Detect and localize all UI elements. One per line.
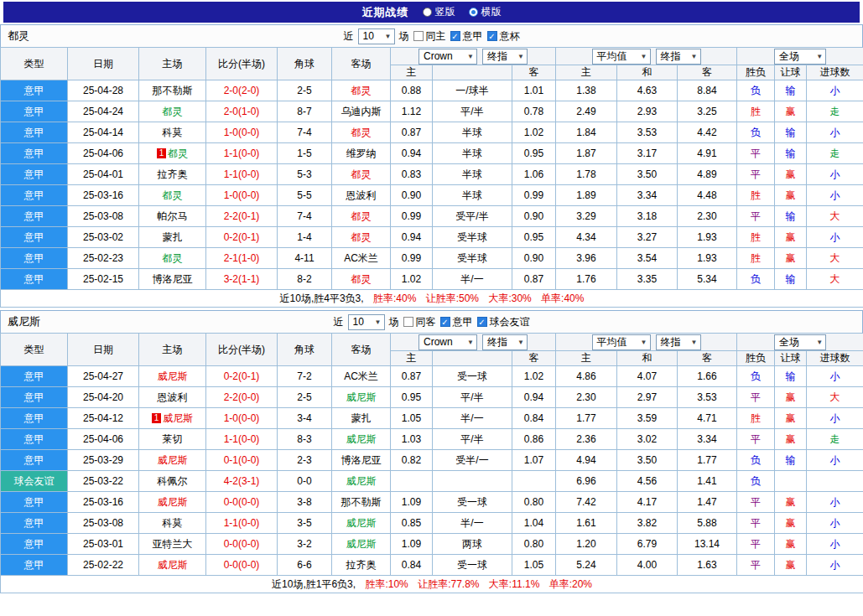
home-team-cell[interactable]: 亚特兰大 — [139, 534, 206, 555]
away-team-cell[interactable]: 都灵 — [332, 164, 391, 185]
avg-home-odds: 5.24 — [556, 555, 617, 576]
home-team-cell[interactable]: 都灵 — [139, 185, 206, 206]
away-team-cell[interactable]: 恩波利 — [332, 185, 391, 206]
average-select[interactable]: 平均值▼ — [592, 49, 651, 65]
home-team-cell[interactable]: 威尼斯 — [139, 555, 206, 576]
away-team-cell[interactable]: 都灵 — [332, 227, 391, 248]
matches-count-select[interactable]: 10▼ — [358, 28, 395, 44]
odds-time-select[interactable]: 终指▼ — [482, 49, 528, 65]
corners-cell: 3-4 — [278, 408, 332, 429]
avg-away-odds: 1.77 — [678, 450, 737, 471]
result-winlose-cell: 胜 — [737, 227, 775, 248]
crown-home-odds: 0.90 — [391, 185, 433, 206]
date-cell: 25-04-27 — [68, 366, 139, 387]
away-team-cell[interactable]: AC米兰 — [332, 248, 391, 269]
avg-draw-odds: 3.34 — [617, 185, 678, 206]
avg-away-odds: 3.53 — [678, 387, 737, 408]
away-team-cell[interactable]: 威尼斯 — [332, 534, 391, 555]
crown-handicap: 半/一 — [433, 408, 512, 429]
away-team-cell[interactable]: 都灵 — [332, 122, 391, 143]
red-card-badge: 1 — [157, 148, 166, 158]
crown-away-odds: 1.04 — [512, 513, 556, 534]
sub-header-avg-draw: 和 — [617, 65, 678, 80]
date-cell: 25-04-06 — [68, 429, 139, 450]
away-team-cell[interactable]: 拉齐奥 — [332, 555, 391, 576]
avg-away-odds: 5.34 — [678, 269, 737, 290]
away-team-cell[interactable]: 威尼斯 — [332, 513, 391, 534]
result-winlose-cell: 胜 — [737, 101, 775, 122]
away-team-cell[interactable]: 都灵 — [332, 206, 391, 227]
home-team-cell[interactable]: 都灵 — [139, 101, 206, 122]
home-team-cell[interactable]: 都灵 — [139, 248, 206, 269]
home-team-cell[interactable]: 威尼斯 — [139, 450, 206, 471]
odds-time-select[interactable]: 终指▼ — [482, 334, 528, 350]
away-team-cell[interactable]: AC米兰 — [332, 366, 391, 387]
checkbox-same-away[interactable]: 同客 — [403, 315, 436, 329]
home-team-cell[interactable]: 1威尼斯 — [139, 408, 206, 429]
checkbox-serie-a[interactable]: ✓ 意甲 — [440, 315, 473, 329]
result-winlose-cell: 负 — [737, 471, 775, 492]
league-type-cell: 意甲 — [1, 513, 68, 534]
avg-away-odds: 8.84 — [678, 80, 737, 101]
home-team-cell[interactable]: 帕尔马 — [139, 206, 206, 227]
home-team-cell[interactable]: 恩波利 — [139, 387, 206, 408]
avg-away-odds: 4.89 — [678, 164, 737, 185]
radio-horizontal-layout[interactable]: 横版 — [469, 5, 502, 19]
bookmaker-select[interactable]: Crown▼ — [419, 49, 477, 65]
home-team-cell[interactable]: 1都灵 — [139, 143, 206, 164]
away-team-cell[interactable]: 博洛尼亚 — [332, 450, 391, 471]
home-team-cell[interactable]: 那不勒斯 — [139, 80, 206, 101]
avg-home-odds: 1.38 — [556, 80, 617, 101]
checkbox-coppa-italia[interactable]: ✓ 意杯 — [487, 29, 520, 44]
away-team-cell[interactable]: 维罗纳 — [332, 143, 391, 164]
league-type-cell: 意甲 — [1, 366, 68, 387]
avg-time-select[interactable]: 终指▼ — [656, 49, 701, 65]
checkbox-serie-a[interactable]: ✓ 意甲 — [450, 29, 483, 44]
avg-away-odds: 1.93 — [678, 227, 737, 248]
crown-handicap: 受半球 — [433, 248, 512, 269]
home-team-cell[interactable]: 科莫 — [139, 122, 206, 143]
chevron-down-icon: ▼ — [517, 339, 524, 346]
home-team-cell[interactable]: 科佩尔 — [139, 471, 206, 492]
home-team-cell[interactable]: 科莫 — [139, 513, 206, 534]
average-select[interactable]: 平均值▼ — [592, 334, 651, 350]
bookmaker-select[interactable]: Crown▼ — [419, 334, 477, 350]
checkbox-same-home[interactable]: 同主 — [413, 29, 446, 44]
crown-handicap: 半球 — [433, 122, 512, 143]
avg-draw-odds: 2.93 — [617, 101, 678, 122]
average-odds-group-header: 平均值▼ 终指▼ — [556, 48, 737, 65]
away-team-cell[interactable]: 威尼斯 — [332, 471, 391, 492]
home-team-cell[interactable]: 拉齐奥 — [139, 164, 206, 185]
crown-handicap: 半球 — [433, 143, 512, 164]
radio-vertical-layout[interactable]: 竖版 — [423, 5, 455, 19]
sub-header-handicap-result: 让球 — [775, 351, 807, 366]
home-team-cell[interactable]: 博洛尼亚 — [139, 269, 206, 290]
chevron-down-icon: ▼ — [691, 339, 698, 346]
away-team-cell[interactable]: 威尼斯 — [332, 387, 391, 408]
home-team-cell[interactable]: 莱切 — [139, 429, 206, 450]
away-team-cell[interactable]: 乌迪内斯 — [332, 101, 391, 122]
score-cell: 1-1(0-0) — [206, 143, 278, 164]
home-team-cell[interactable]: 蒙扎 — [139, 227, 206, 248]
avg-draw-odds: 4.00 — [617, 555, 678, 576]
match-row: 意甲25-03-08科莫1-1(0-0)3-5威尼斯0.85半/一1.041.6… — [1, 513, 863, 534]
avg-time-select[interactable]: 终指▼ — [656, 334, 701, 350]
away-team-cell[interactable]: 都灵 — [332, 269, 391, 290]
away-team-cell[interactable]: 威尼斯 — [332, 429, 391, 450]
checkbox-club-friendly[interactable]: ✓ 球会友谊 — [477, 315, 530, 329]
result-goals-cell: 大 — [807, 248, 863, 269]
chevron-down-icon: ▼ — [385, 33, 392, 40]
away-team-cell[interactable]: 蒙扎 — [332, 408, 391, 429]
away-team-cell[interactable]: 都灵 — [332, 80, 391, 101]
scope-select[interactable]: 全场▼ — [774, 49, 826, 65]
crown-handicap: 半/一 — [433, 513, 512, 534]
summary-odd-rate: 单率:40% — [541, 292, 584, 304]
col-header-home: 主场 — [139, 48, 206, 80]
away-team-cell[interactable]: 那不勒斯 — [332, 492, 391, 513]
home-team-cell[interactable]: 威尼斯 — [139, 366, 206, 387]
near-label: 近 — [344, 29, 354, 44]
avg-draw-odds: 3.17 — [617, 143, 678, 164]
scope-select[interactable]: 全场▼ — [774, 334, 826, 350]
matches-count-select[interactable]: 10▼ — [348, 314, 385, 330]
home-team-cell[interactable]: 威尼斯 — [139, 492, 206, 513]
